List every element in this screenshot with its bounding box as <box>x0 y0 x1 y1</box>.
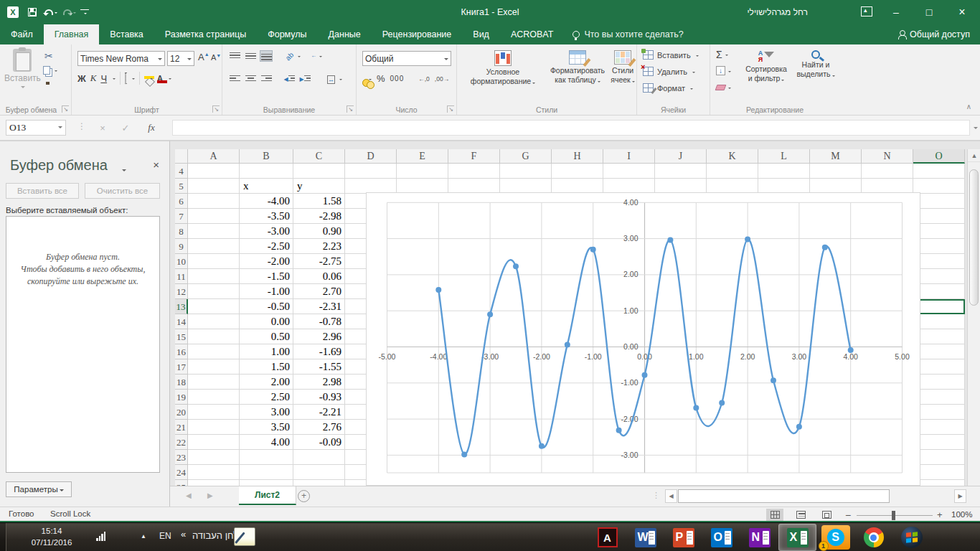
grid-cell-O25[interactable] <box>913 480 965 486</box>
grid-cell-G5[interactable] <box>500 179 552 194</box>
grid-cell-B19[interactable]: 2.50 <box>240 390 293 405</box>
delete-cells-button[interactable]: Удалить <box>643 67 695 76</box>
grid-cell-A7[interactable] <box>188 209 240 224</box>
column-header-E[interactable]: E <box>397 149 448 164</box>
grid-cell-B5[interactable]: x <box>240 179 293 194</box>
formula-bar-splitter[interactable]: ⋮ <box>77 121 86 131</box>
view-page-break-button[interactable] <box>818 509 835 521</box>
grid-cell-C7[interactable]: -2.98 <box>293 209 345 224</box>
grid-cell-L4[interactable] <box>758 164 810 179</box>
view-page-layout-button[interactable] <box>792 509 809 521</box>
maximize-button[interactable]: □ <box>914 0 944 24</box>
scatter-chart[interactable]: 4.003.002.001.000.00-1.00-2.00-3.00-5.00… <box>366 192 920 486</box>
grid-cell-A8[interactable] <box>188 224 240 239</box>
grid-cell-C5[interactable]: y <box>293 179 345 194</box>
grid-cell-E4[interactable] <box>397 164 448 179</box>
grid-cell-O5[interactable] <box>913 179 965 194</box>
prev-sheet-button[interactable]: ◀ <box>186 491 192 499</box>
tab-file[interactable]: Файл <box>0 24 44 44</box>
align-left-button[interactable] <box>228 73 241 85</box>
increase-decimal-button[interactable]: ←,0 <box>418 76 430 82</box>
grid-cell-H5[interactable] <box>552 179 603 194</box>
grid-cell-J4[interactable] <box>655 164 707 179</box>
grid-cell-C11[interactable]: 0.06 <box>293 269 345 284</box>
grid-cell-A24[interactable] <box>188 465 240 480</box>
scroll-left-button[interactable]: ◀ <box>665 489 677 503</box>
chart-data-point[interactable] <box>565 342 570 347</box>
chart-data-point[interactable] <box>487 311 493 317</box>
hidden-icons-button[interactable]: ▲ <box>141 533 146 540</box>
chart-data-point[interactable] <box>796 424 802 430</box>
chart-data-point[interactable] <box>771 377 776 383</box>
decrease-indent-button[interactable]: ◀ <box>283 73 296 85</box>
grid-cell-A21[interactable] <box>188 420 240 435</box>
column-header-D[interactable]: D <box>345 149 397 164</box>
grid-cell-O4[interactable] <box>913 164 965 179</box>
grid-cell-O24[interactable] <box>913 465 965 480</box>
grid-cell-B18[interactable]: 2.00 <box>240 375 293 390</box>
grid-cell-B21[interactable]: 3.50 <box>240 420 293 435</box>
save-button[interactable] <box>24 6 40 19</box>
row-header-10[interactable]: 10 <box>175 254 188 269</box>
grid-cell-C24[interactable] <box>293 465 345 480</box>
grid-cell-C21[interactable]: 2.76 <box>293 420 345 435</box>
grid-cell-A6[interactable] <box>188 194 240 209</box>
taskbar-app-onenote[interactable]: N <box>740 524 778 551</box>
grid-cell-B11[interactable]: -1.50 <box>240 269 293 284</box>
align-middle-button[interactable] <box>244 50 257 62</box>
taskbar-app-word[interactable]: W <box>626 524 664 551</box>
insert-function-button[interactable]: fx <box>142 120 161 136</box>
notes-tool-icon[interactable] <box>234 527 255 546</box>
taskbar-app-chrome[interactable] <box>854 524 892 551</box>
row-header-12[interactable]: 12 <box>175 284 188 299</box>
grid-cell-B10[interactable]: -2.00 <box>240 254 293 269</box>
sort-filter-button[interactable]: АЯ Сортировкаи фильтр <box>739 50 793 83</box>
grid-cell-A15[interactable] <box>188 329 240 344</box>
clear-button[interactable] <box>716 85 731 90</box>
row-header-6[interactable]: 6 <box>175 194 188 209</box>
grid-cell-E5[interactable] <box>397 179 448 194</box>
chart-data-point[interactable] <box>822 245 828 250</box>
grid-cell-A20[interactable] <box>188 405 240 420</box>
taskbar-clock[interactable]: 15:14 07/11/2016 <box>17 525 86 548</box>
clipboard-items-box[interactable]: Буфер обмена пуст. Чтобы добавить в него… <box>6 216 160 473</box>
grid-cell-D4[interactable] <box>345 164 397 179</box>
row-header-17[interactable]: 17 <box>175 359 188 375</box>
tell-me-box[interactable]: Что вы хотите сделать? <box>564 24 692 44</box>
number-dialog-launcher[interactable]: ↘ <box>447 105 454 113</box>
chart-data-point[interactable] <box>435 287 441 293</box>
toolbar-chevron[interactable]: « <box>181 529 186 540</box>
grid-cell-O23[interactable] <box>913 450 965 465</box>
row-header-16[interactable]: 16 <box>175 344 188 359</box>
grid-cell-B23[interactable] <box>240 450 293 465</box>
row-header-5[interactable]: 5 <box>175 179 188 194</box>
orientation-button[interactable]: ab <box>286 51 293 61</box>
tab-acrobat[interactable]: ACROBAT <box>500 24 565 44</box>
grid-cell-B15[interactable]: 0.50 <box>240 329 293 344</box>
row-header-25[interactable]: 25 <box>175 480 188 486</box>
grid-cell-C8[interactable]: 0.90 <box>293 224 345 239</box>
taskbar-app-acrobat[interactable]: A <box>588 524 626 551</box>
column-header-F[interactable]: F <box>448 149 500 164</box>
tab-insert[interactable]: Вставка <box>99 24 154 44</box>
row-header-4[interactable]: 4 <box>175 164 188 179</box>
font-name-combo[interactable]: Times New Roma <box>77 51 165 66</box>
grid-cell-B20[interactable]: 3.00 <box>240 405 293 420</box>
alignment-dialog-launcher[interactable]: ↘ <box>347 105 354 113</box>
chart-data-point[interactable] <box>590 247 596 253</box>
column-header-L[interactable]: L <box>758 149 810 164</box>
column-header-G[interactable]: G <box>500 149 552 164</box>
tab-formulas[interactable]: Формулы <box>257 24 317 44</box>
grid-cell-O9[interactable] <box>913 239 965 254</box>
format-cells-button[interactable]: Формат <box>643 83 693 93</box>
grid-cell-C19[interactable]: -0.93 <box>293 390 345 405</box>
row-header-21[interactable]: 21 <box>175 420 188 435</box>
grid-cell-M4[interactable] <box>810 164 862 179</box>
grid-cell-F5[interactable] <box>448 179 500 194</box>
chart-data-point[interactable] <box>693 405 699 411</box>
row-header-9[interactable]: 9 <box>175 239 188 254</box>
tab-page-layout[interactable]: Разметка страницы <box>154 24 257 44</box>
grid-cell-O21[interactable] <box>913 420 965 435</box>
grid-cell-B14[interactable]: 0.00 <box>240 314 293 329</box>
column-header-H[interactable]: H <box>552 149 603 164</box>
